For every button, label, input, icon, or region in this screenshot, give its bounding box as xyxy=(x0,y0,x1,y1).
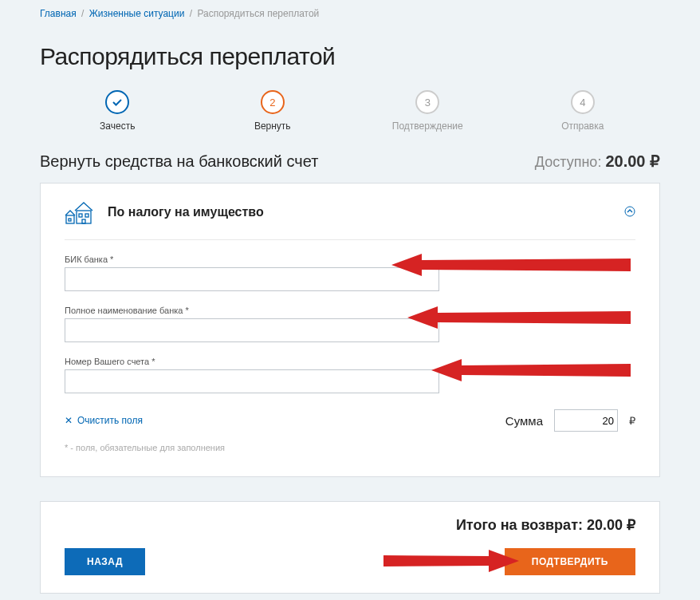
sum-label: Сумма xyxy=(505,414,543,428)
close-icon: ✕ xyxy=(65,415,73,426)
account-input[interactable] xyxy=(65,369,439,393)
step-number: 2 xyxy=(261,90,285,114)
total-label: Итого на возврат: xyxy=(456,517,587,533)
svg-rect-5 xyxy=(69,219,71,221)
confirm-button[interactable]: ПОДТВЕРДИТЬ xyxy=(505,548,635,575)
clear-label: Очистить поля xyxy=(77,415,143,426)
footer-card: Итого на возврат: 20.00 ₽ НАЗАД ПОДТВЕРД… xyxy=(40,501,660,594)
step-3[interactable]: 3 Подтверждение xyxy=(350,90,505,132)
breadcrumb-current: Распорядиться переплатой xyxy=(197,8,319,19)
page-title: Распорядиться переплатой xyxy=(40,43,660,70)
step-2[interactable]: 2 Вернуть xyxy=(195,90,351,132)
available-value: 20.00 ₽ xyxy=(605,152,660,170)
subheader-title: Вернуть средства на банковский счет xyxy=(40,152,318,171)
step-label: Вернуть xyxy=(254,120,291,132)
collapse-icon[interactable] xyxy=(624,206,635,219)
house-icon xyxy=(65,199,93,225)
bik-field-block: БИК банка * xyxy=(65,255,635,291)
total-value: 20.00 ₽ xyxy=(587,517,635,533)
ruble-icon: ₽ xyxy=(629,415,635,427)
breadcrumb-sep: / xyxy=(190,8,192,19)
card-title: По налогу на имущество xyxy=(108,205,610,219)
step-number: 4 xyxy=(571,90,595,114)
step-number: 3 xyxy=(415,90,439,114)
breadcrumb-home[interactable]: Главная xyxy=(40,8,77,19)
svg-rect-3 xyxy=(82,219,85,223)
breadcrumb: Главная / Жизненные ситуации / Распоряди… xyxy=(40,8,660,19)
total-row: Итого на возврат: 20.00 ₽ xyxy=(65,516,635,534)
breadcrumb-life[interactable]: Жизненные ситуации xyxy=(89,8,185,19)
available-label: Доступно: xyxy=(535,154,606,170)
sum-group: Сумма ₽ xyxy=(505,409,635,432)
back-button[interactable]: НАЗАД xyxy=(65,548,145,575)
bankname-field-block: Полное наименование банка * xyxy=(65,306,635,342)
bankname-input[interactable] xyxy=(65,318,439,342)
step-label: Отправка xyxy=(561,120,604,132)
svg-rect-4 xyxy=(66,215,74,223)
check-icon xyxy=(105,90,129,114)
step-label: Зачесть xyxy=(100,120,135,132)
step-1[interactable]: Зачесть xyxy=(40,90,195,132)
available-amount: Доступно: 20.00 ₽ xyxy=(535,152,660,171)
wizard-steps: Зачесть 2 Вернуть 3 Подтверждение 4 Отпр… xyxy=(40,90,660,132)
step-4[interactable]: 4 Отправка xyxy=(505,90,661,132)
svg-rect-2 xyxy=(85,214,88,217)
bik-label: БИК банка * xyxy=(65,255,635,264)
sum-input[interactable] xyxy=(554,409,618,432)
clear-fields-link[interactable]: ✕ Очистить поля xyxy=(65,415,143,426)
svg-rect-1 xyxy=(79,214,82,217)
card-header: По налогу на имущество xyxy=(65,199,635,240)
form-card: По налогу на имущество БИК банка * Полно… xyxy=(40,183,660,477)
bik-input[interactable] xyxy=(65,267,439,291)
account-label: Номер Вашего счета * xyxy=(65,357,635,366)
breadcrumb-sep: / xyxy=(81,8,84,19)
bankname-label: Полное наименование банка * xyxy=(65,306,635,315)
required-note: * - поля, обязательные для заполнения xyxy=(65,443,635,452)
account-field-block: Номер Вашего счета * xyxy=(65,357,635,393)
step-label: Подтверждение xyxy=(392,120,463,132)
subheader: Вернуть средства на банковский счет Дост… xyxy=(40,152,660,171)
svg-point-6 xyxy=(625,207,635,216)
